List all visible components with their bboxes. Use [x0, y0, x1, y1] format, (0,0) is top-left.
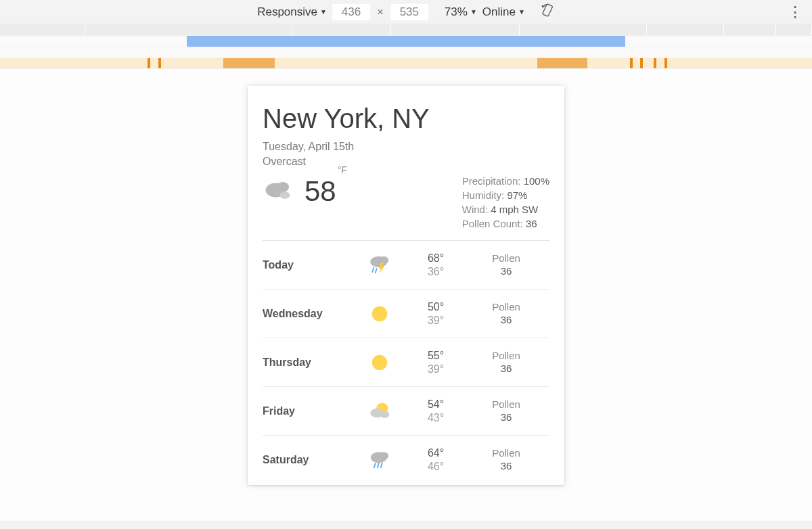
sunny-icon — [351, 300, 409, 327]
forecast-high: 64° — [409, 446, 463, 460]
weather-card: New York, NY Tuesday, April 15th Overcas… — [248, 86, 564, 484]
forecast-low: 39° — [409, 314, 463, 327]
chevron-down-icon: ▼ — [320, 8, 327, 16]
device-viewport-stage: New York, NY Tuesday, April 15th Overcas… — [0, 69, 812, 522]
forecast-low: 39° — [409, 363, 463, 376]
forecast-row: Friday54°43°Pollen36 — [263, 387, 549, 436]
device-mode-dropdown[interactable]: Responsive ▼ — [257, 5, 327, 19]
forecast-day: Today — [263, 259, 351, 271]
condition-text: Overcast — [263, 154, 549, 169]
chevron-down-icon: ▼ — [518, 8, 525, 16]
sunny-icon — [351, 349, 409, 376]
forecast-high: 68° — [409, 252, 463, 265]
forecast-low: 43° — [409, 411, 463, 425]
forecast-list: Today68°36°Pollen36Wednesday50°39°Pollen… — [263, 241, 549, 484]
forecast-day: Thursday — [263, 356, 351, 369]
forecast-high: 55° — [409, 349, 463, 363]
humidity-value: 97% — [507, 189, 527, 201]
device-mode-label: Responsive — [257, 5, 317, 19]
ruler-spacer-row — [0, 47, 812, 58]
device-frame: New York, NY Tuesday, April 15th Overcas… — [248, 86, 564, 485]
humidity-label: Humidity: — [462, 189, 505, 201]
forecast-pollen: Pollen36 — [463, 447, 549, 473]
devtools-device-toolbar: Responsive ▼ × 73% ▼ Online ▼ ⋮ — [0, 0, 812, 24]
viewport-width-input[interactable] — [332, 4, 370, 20]
forecast-pollen: Pollen36 — [463, 398, 549, 424]
chevron-down-icon: ▼ — [470, 8, 477, 16]
forecast-low: 36° — [409, 265, 463, 279]
forecast-row: Thursday55°39°Pollen36 — [263, 338, 549, 387]
dimension-separator: × — [376, 5, 385, 19]
precip-label: Precipitation: — [462, 175, 521, 187]
forecast-temps: 50°39° — [409, 300, 463, 327]
temp-unit: °F — [338, 164, 347, 175]
viewport-height-input[interactable] — [390, 4, 428, 20]
pollen-label: Pollen Count: — [462, 218, 523, 229]
svg-point-3 — [280, 191, 290, 199]
precip-value: 100% — [524, 175, 549, 187]
forecast-temps: 55°39° — [409, 349, 463, 376]
forecast-row: Saturday64°46°Pollen36 — [263, 436, 549, 484]
weather-stats: Precipitation: 100% Humidity: 97% Wind: … — [462, 174, 549, 231]
rotate-icon[interactable] — [540, 3, 555, 21]
forecast-low: 46° — [409, 460, 463, 474]
ruler-blue-row[interactable] — [0, 36, 812, 47]
zoom-dropdown[interactable]: 73% ▼ — [445, 5, 477, 19]
overcast-icon — [263, 174, 295, 209]
pollen-value: 36 — [526, 218, 537, 229]
svg-point-2 — [277, 182, 289, 192]
date-text: Tuesday, April 15th — [263, 139, 549, 154]
forecast-row: Wednesday50°39°Pollen36 — [263, 290, 549, 338]
forecast-day: Saturday — [263, 454, 351, 466]
throttle-dropdown[interactable]: Online ▼ — [482, 5, 525, 19]
forecast-day: Wednesday — [263, 308, 351, 320]
devtools-bottom-bar — [0, 522, 812, 529]
current-conditions: 58°F Precipitation: 100% Humidity: 97% W… — [263, 174, 549, 241]
forecast-high: 54° — [409, 398, 463, 411]
rain-icon — [351, 446, 409, 474]
location-title: New York, NY — [263, 104, 549, 134]
resize-handle-south[interactable]: ══ — [398, 480, 414, 485]
forecast-high: 50° — [409, 300, 463, 314]
ruler-orange-row[interactable] — [0, 58, 812, 69]
current-temp: 58 — [304, 175, 336, 207]
throttle-label: Online — [482, 5, 516, 19]
forecast-pollen: Pollen36 — [463, 350, 549, 375]
wind-label: Wind: — [462, 204, 488, 215]
partly-icon — [351, 398, 409, 425]
wind-value: 4 mph SW — [491, 204, 538, 215]
forecast-temps: 68°36° — [409, 252, 463, 279]
zoom-label: 73% — [445, 5, 468, 19]
forecast-temps: 54°43° — [409, 398, 463, 425]
forecast-temps: 64°46° — [409, 446, 463, 474]
forecast-day: Friday — [263, 405, 351, 417]
media-query-ruler — [0, 24, 812, 69]
thunder-icon — [351, 252, 409, 279]
forecast-pollen: Pollen36 — [463, 252, 549, 278]
forecast-pollen: Pollen36 — [463, 301, 549, 327]
more-options-icon[interactable]: ⋮ — [788, 3, 805, 21]
ruler-gray-row[interactable] — [0, 24, 812, 36]
forecast-row: Today68°36°Pollen36 — [263, 241, 549, 290]
